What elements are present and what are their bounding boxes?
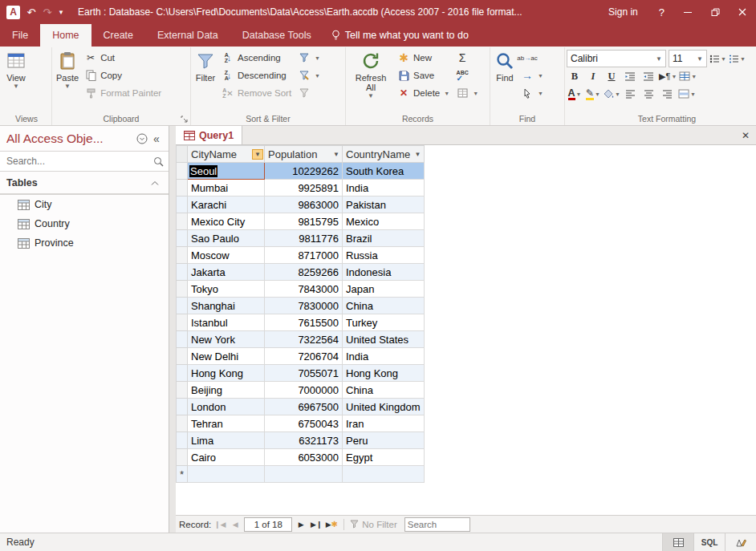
- sql-view-shortcut[interactable]: SQL: [693, 533, 725, 551]
- cell[interactable]: 7000000: [265, 382, 343, 399]
- underline-button[interactable]: U: [604, 68, 620, 84]
- cell[interactable]: [188, 466, 265, 483]
- replace-button[interactable]: ab→ac: [518, 49, 547, 67]
- cell[interactable]: Beijing: [188, 382, 265, 399]
- nav-item-province[interactable]: Province: [0, 233, 169, 253]
- copy-button[interactable]: Copy: [81, 67, 165, 84]
- help-button[interactable]: ?: [649, 0, 674, 24]
- font-size-combo[interactable]: 11 ▼: [669, 50, 707, 67]
- descending-button[interactable]: ZA↓ Descending: [218, 67, 295, 84]
- row-selector[interactable]: [177, 365, 188, 382]
- cell[interactable]: 9815795: [265, 213, 343, 230]
- cell[interactable]: Mexico: [343, 213, 425, 230]
- cell[interactable]: 7843000: [265, 281, 343, 298]
- filter-dropdown-icon[interactable]: ▼: [252, 149, 263, 160]
- cell[interactable]: Tehran: [188, 415, 265, 432]
- row-selector[interactable]: [177, 382, 188, 399]
- sign-in-button[interactable]: Sign in: [597, 0, 649, 24]
- cell[interactable]: 7830000: [265, 298, 343, 314]
- tab-query1[interactable]: Query1: [176, 126, 242, 144]
- remove-sort-button[interactable]: AZ✕ Remove Sort: [218, 84, 295, 102]
- nav-pane-collapse-icon[interactable]: «: [149, 132, 164, 146]
- cell[interactable]: Egypt: [343, 449, 425, 466]
- cell[interactable]: Sao Paulo: [188, 230, 265, 247]
- cell[interactable]: Tokyo: [188, 281, 265, 298]
- refresh-all-button[interactable]: Refresh All ▼: [348, 48, 394, 113]
- totals-button[interactable]: Σ: [453, 49, 482, 67]
- save-record-button[interactable]: Save: [394, 67, 453, 84]
- cell[interactable]: 6967500: [265, 399, 343, 415]
- record-search-input[interactable]: [404, 517, 470, 532]
- select-button[interactable]: ▼: [518, 84, 547, 102]
- design-view-shortcut[interactable]: [725, 533, 756, 551]
- tab-external-data[interactable]: External Data: [145, 24, 230, 47]
- decrease-indent-button[interactable]: [622, 68, 638, 84]
- customize-qat-icon[interactable]: ▾: [55, 3, 67, 21]
- column-header-population[interactable]: Population▼: [265, 146, 343, 163]
- font-color-button[interactable]: A▼: [567, 86, 583, 102]
- align-right-button[interactable]: [660, 86, 676, 102]
- cell[interactable]: Cairo: [188, 449, 265, 466]
- align-left-button[interactable]: [623, 86, 639, 102]
- filter-dropdown-icon[interactable]: ▼: [331, 150, 341, 159]
- cell[interactable]: [343, 466, 425, 483]
- cell[interactable]: Turkey: [343, 314, 425, 331]
- datasheet-view-shortcut[interactable]: [662, 533, 693, 551]
- close-document-icon[interactable]: ✕: [735, 126, 756, 144]
- tables-section-header[interactable]: Tables: [0, 172, 169, 195]
- cell[interactable]: Pakistan: [343, 196, 425, 213]
- bold-button[interactable]: B: [567, 68, 583, 84]
- cell[interactable]: India: [343, 180, 425, 196]
- align-center-button[interactable]: [641, 86, 657, 102]
- goto-button[interactable]: → ▼: [518, 67, 547, 84]
- new-record-button[interactable]: ✱ New: [394, 49, 453, 67]
- new-record-icon[interactable]: ▶✱: [325, 518, 338, 531]
- nav-search-input[interactable]: [5, 155, 153, 168]
- cell[interactable]: 7322564: [265, 331, 343, 348]
- minimize-button[interactable]: [674, 0, 701, 24]
- gridlines-button[interactable]: ▼: [679, 68, 697, 84]
- cell[interactable]: Mexico City: [188, 213, 265, 230]
- cell[interactable]: Hong Kong: [188, 365, 265, 382]
- advanced-filter-button[interactable]: ▼: [295, 67, 323, 84]
- row-selector[interactable]: [177, 163, 188, 180]
- cell[interactable]: Indonesia: [343, 264, 425, 281]
- row-selector[interactable]: [177, 348, 188, 365]
- cell[interactable]: 7206704: [265, 348, 343, 365]
- nav-item-country[interactable]: Country: [0, 214, 169, 233]
- nav-pane-menu-icon[interactable]: [135, 132, 149, 146]
- cell[interactable]: China: [343, 382, 425, 399]
- nav-pane-title[interactable]: All Access Obje...: [6, 132, 135, 146]
- italic-button[interactable]: I: [585, 68, 601, 84]
- access-app-icon[interactable]: A: [6, 6, 20, 19]
- increase-indent-button[interactable]: [640, 68, 656, 84]
- cell[interactable]: 7055071: [265, 365, 343, 382]
- find-button[interactable]: Find: [492, 48, 518, 113]
- cell[interactable]: Brazil: [343, 230, 425, 247]
- column-header-cityname[interactable]: CityName▼: [188, 146, 265, 163]
- filter-dropdown-icon[interactable]: ▼: [413, 150, 423, 159]
- tab-create[interactable]: Create: [91, 24, 146, 47]
- column-header-countryname[interactable]: CountryName▼: [343, 146, 425, 163]
- format-painter-button[interactable]: Format Painter: [81, 84, 165, 102]
- cell[interactable]: Russia: [343, 247, 425, 264]
- spelling-button[interactable]: ABC✓: [453, 67, 482, 84]
- more-records-button[interactable]: ▼: [453, 84, 482, 102]
- row-selector[interactable]: [177, 415, 188, 432]
- row-selector[interactable]: [177, 230, 188, 247]
- row-selector[interactable]: [177, 180, 188, 196]
- cell[interactable]: Mumbai: [188, 180, 265, 196]
- row-selector[interactable]: [177, 213, 188, 230]
- select-all-cell[interactable]: [177, 146, 188, 163]
- cell[interactable]: New Delhi: [188, 348, 265, 365]
- cell[interactable]: Hong Kong: [343, 365, 425, 382]
- row-selector[interactable]: [177, 331, 188, 348]
- tell-me-box[interactable]: Tell me what you want to do: [331, 24, 469, 47]
- clipboard-dialog-launcher-icon[interactable]: [180, 115, 189, 124]
- undo-icon[interactable]: ↶: [23, 3, 39, 21]
- font-name-combo[interactable]: Calibri ▼: [567, 50, 666, 67]
- row-selector[interactable]: [177, 247, 188, 264]
- cell[interactable]: South Korea: [343, 163, 425, 180]
- delete-record-button[interactable]: ✕ Delete ▼: [394, 84, 453, 102]
- numbering-button[interactable]: ▼: [729, 51, 746, 67]
